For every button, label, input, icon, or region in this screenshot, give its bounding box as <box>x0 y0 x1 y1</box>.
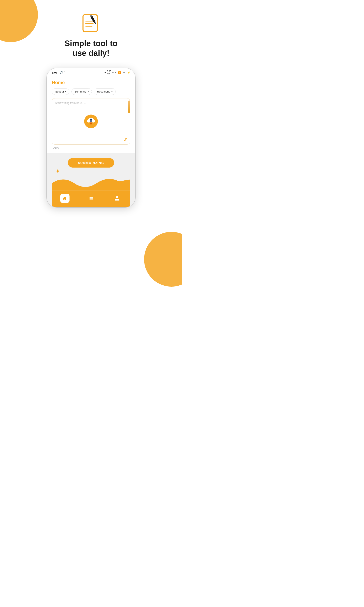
wave-decoration <box>52 172 130 191</box>
list-icon <box>86 194 96 203</box>
chevron-down-icon: ▾ <box>65 91 66 93</box>
textarea-icon-area <box>55 107 127 135</box>
textarea-placeholder: Start writing from here...... <box>55 101 127 105</box>
neutral-dropdown[interactable]: Neutral ▾ <box>52 88 69 95</box>
word-count: 0/500 <box>52 146 130 149</box>
svg-rect-11 <box>90 119 91 122</box>
text-input-card[interactable]: Start writing from here...... <box>52 98 130 145</box>
chevron-down-icon: ▾ <box>88 91 89 93</box>
status-time: 5:07 <box>52 71 57 74</box>
textarea-footer: ↺ <box>55 137 127 142</box>
signal-icon: 📶 <box>118 71 121 74</box>
page-headline: Simple tool to use daily! <box>65 39 117 58</box>
neutral-label: Neutral <box>55 90 64 93</box>
wifi-icon: ≋ <box>112 71 114 74</box>
app-logo <box>80 13 102 34</box>
cloud-upload-icon <box>83 114 99 129</box>
status-icons-right: ✱ 0.96kbs ≋ Yo 📶 59 ⚡ <box>104 70 130 75</box>
notification-icons: 🎵 f <box>60 71 65 74</box>
svg-point-10 <box>91 119 95 122</box>
summarize-button[interactable]: SUMMARIZING <box>68 158 114 168</box>
decorative-blob-bottom-right <box>144 232 182 287</box>
side-decoration <box>128 101 130 113</box>
refresh-icon[interactable]: ↺ <box>123 137 127 142</box>
home-icon <box>60 194 69 203</box>
data-icon: 0.96kbs <box>107 70 111 75</box>
bottom-nav <box>52 191 130 207</box>
research-dropdown[interactable]: Researche ▾ <box>94 88 116 95</box>
research-label: Researche <box>97 90 110 93</box>
chevron-down-icon: ▾ <box>111 91 113 93</box>
status-bar: 5:07 🎵 f ✱ 0.96kbs ≋ Yo 📶 59 ⚡ <box>47 68 135 76</box>
bluetooth-icon: ✱ <box>104 71 106 74</box>
battery-icon: 59 <box>122 71 126 74</box>
nav-home[interactable] <box>60 194 69 203</box>
charging-icon: ⚡ <box>127 71 130 74</box>
summary-label: Summary <box>75 90 86 93</box>
phone-body: Home Neutral ▾ Summary ▾ Researche ▾ <box>47 76 135 207</box>
dropdown-row: Neutral ▾ Summary ▾ Researche ▾ <box>52 88 130 95</box>
lower-section: SUMMARIZING ✦ <box>47 153 135 207</box>
phone-mockup: 5:07 🎵 f ✱ 0.96kbs ≋ Yo 📶 59 ⚡ Home <box>47 68 135 207</box>
summary-dropdown[interactable]: Summary ▾ <box>71 88 92 95</box>
home-title: Home <box>52 80 130 85</box>
nav-list[interactable] <box>86 194 96 203</box>
home-section: Home Neutral ▾ Summary ▾ Researche ▾ <box>47 76 135 153</box>
network-icon: Yo <box>115 71 117 74</box>
nav-user[interactable] <box>113 194 122 203</box>
user-icon <box>113 194 122 203</box>
svg-point-9 <box>87 119 91 122</box>
